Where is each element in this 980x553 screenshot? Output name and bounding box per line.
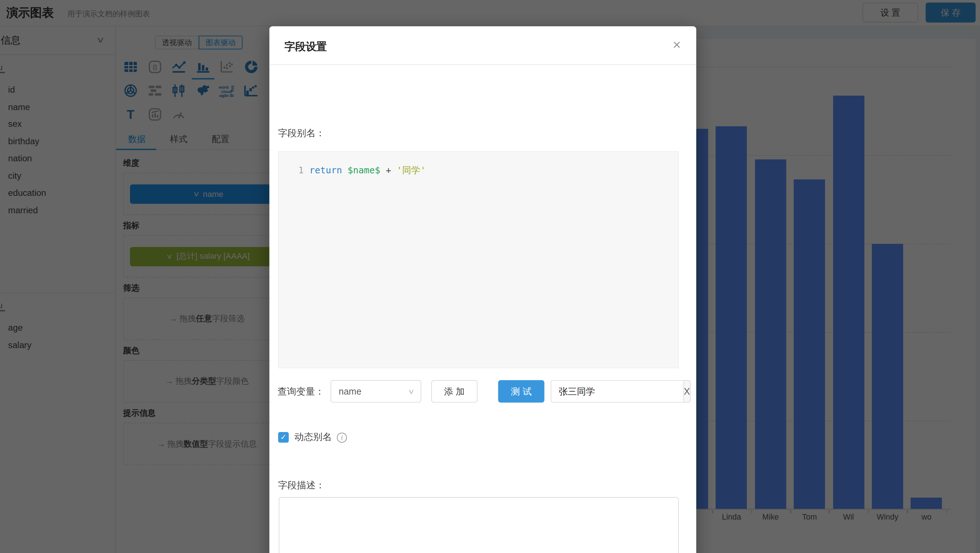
dynamic-alias-checkbox[interactable]: ✓ (278, 432, 289, 443)
field-settings-modal: 字段设置 ✕ 字段别名： 1return $name$ + '同学' 查询变量：… (269, 26, 696, 553)
alias-code-editor[interactable]: 1return $name$ + '同学' (278, 151, 679, 368)
app: 演示图表 用于演示文档的样例图表 设 置 保 存 信息 ∨ u idnamese… (0, 0, 980, 553)
variable-select-value: name (339, 386, 361, 397)
clear-button[interactable]: X (683, 380, 691, 403)
alias-label: 字段别名： (278, 127, 325, 140)
description-label: 字段描述： (278, 480, 325, 492)
test-button[interactable]: 测 试 (498, 380, 544, 403)
test-result-group: X (550, 380, 679, 403)
info-icon[interactable]: i (337, 432, 347, 443)
close-icon[interactable]: ✕ (672, 39, 681, 52)
dynamic-alias-label: 动态别名 (294, 431, 332, 443)
description-textarea[interactable] (278, 497, 679, 553)
line-number: 1 (278, 165, 304, 175)
modal-title: 字段设置 (285, 39, 327, 54)
dynamic-alias-row: ✓ 动态别名 i (278, 431, 347, 443)
code-line: 1return $name$ + '同学' (278, 164, 426, 177)
add-button[interactable]: 添 加 (431, 380, 477, 403)
chevron-down-icon: ∨ (407, 381, 414, 402)
query-variable-label: 查询变量： (277, 386, 325, 398)
query-variable-row: 查询变量： name ∨ 添 加 测 试 X (269, 380, 696, 403)
test-result-input[interactable] (550, 380, 683, 403)
variable-select[interactable]: name ∨ (331, 380, 421, 403)
modal-header: 字段设置 ✕ (269, 26, 696, 65)
